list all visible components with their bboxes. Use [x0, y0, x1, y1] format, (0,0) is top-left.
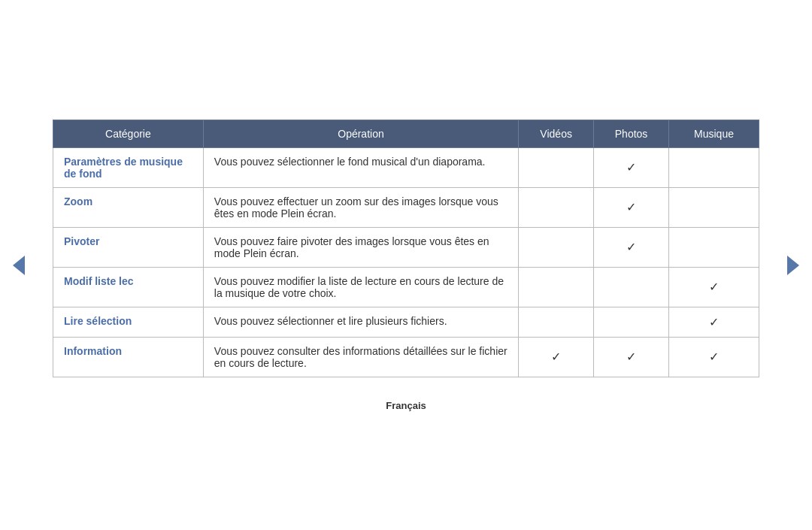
page-container: Catégorie Opération Vidéos Photos Musiqu…	[0, 0, 812, 530]
nav-arrow-right[interactable]	[782, 250, 804, 280]
row-videos-check	[519, 227, 594, 267]
row-operation: Vous pouvez effectuer un zoom sur des im…	[203, 187, 518, 227]
row-photos-check: ✓	[594, 227, 669, 267]
row-operation: Vous pouvez faire pivoter des images lor…	[203, 227, 518, 267]
header-categorie: Catégorie	[53, 120, 204, 147]
row-musique-check	[669, 147, 759, 187]
row-operation: Vous pouvez modifier la liste de lecture…	[203, 267, 518, 307]
row-operation: Vous pouvez sélectionner le fond musical…	[203, 147, 518, 187]
row-categorie: Pivoter	[53, 227, 204, 267]
header-photos: Photos	[594, 120, 669, 147]
feature-table: Catégorie Opération Vidéos Photos Musiqu…	[53, 120, 759, 377]
row-videos-check	[519, 267, 594, 307]
row-categorie: Zoom	[53, 187, 204, 227]
row-photos-check: ✓	[594, 337, 669, 377]
header-musique: Musique	[669, 120, 759, 147]
row-categorie: Information	[53, 337, 204, 377]
row-photos-check: ✓	[594, 147, 669, 187]
header-videos: Vidéos	[519, 120, 594, 147]
row-videos-check	[519, 307, 594, 337]
row-musique-check	[669, 227, 759, 267]
header-operation: Opération	[203, 120, 518, 147]
table-header-row: Catégorie Opération Vidéos Photos Musiqu…	[53, 120, 759, 147]
row-videos-check: ✓	[519, 337, 594, 377]
row-photos-check	[594, 307, 669, 337]
row-operation: Vous pouvez consulter des informations d…	[203, 337, 518, 377]
row-photos-check	[594, 267, 669, 307]
row-musique-check	[669, 187, 759, 227]
row-operation: Vous pouvez sélectionner et lire plusieu…	[203, 307, 518, 337]
table-row: Paramètres de musique de fondVous pouvez…	[53, 147, 759, 187]
table-row: InformationVous pouvez consulter des inf…	[53, 337, 759, 377]
table-row: Modif liste lecVous pouvez modifier la l…	[53, 267, 759, 307]
table-row: ZoomVous pouvez effectuer un zoom sur de…	[53, 187, 759, 227]
row-musique-check: ✓	[669, 307, 759, 337]
row-categorie: Lire sélection	[53, 307, 204, 337]
row-categorie: Paramètres de musique de fond	[53, 147, 204, 187]
row-categorie: Modif liste lec	[53, 267, 204, 307]
table-row: Lire sélectionVous pouvez sélectionner e…	[53, 307, 759, 337]
row-photos-check: ✓	[594, 187, 669, 227]
footer-language: Français	[386, 400, 426, 411]
row-videos-check	[519, 187, 594, 227]
row-musique-check: ✓	[669, 337, 759, 377]
nav-arrow-left[interactable]	[8, 250, 30, 280]
svg-marker-1	[787, 256, 799, 275]
row-videos-check	[519, 147, 594, 187]
table-row: PivoterVous pouvez faire pivoter des ima…	[53, 227, 759, 267]
row-musique-check: ✓	[669, 267, 759, 307]
svg-marker-0	[13, 256, 25, 275]
